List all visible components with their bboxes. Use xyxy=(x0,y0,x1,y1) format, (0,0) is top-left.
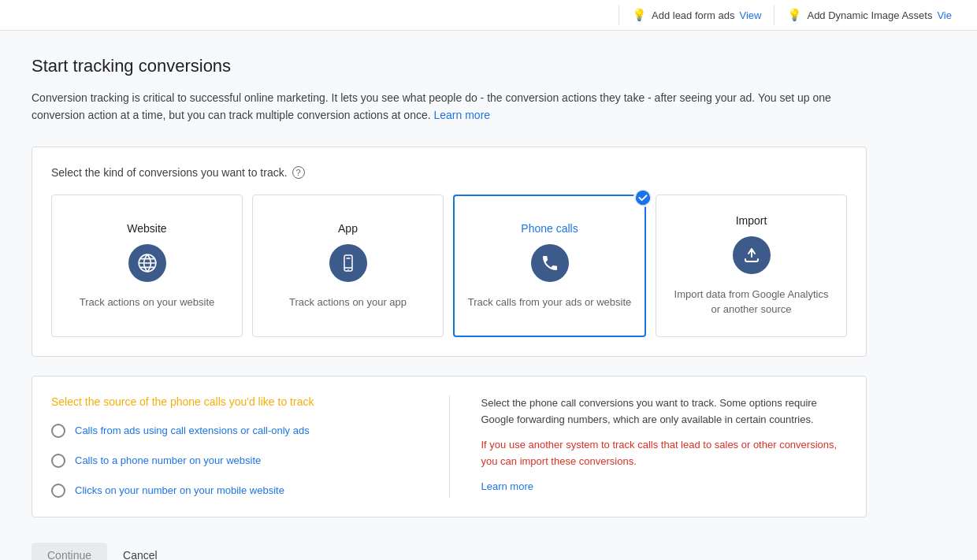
app-desc: Track actions on your app xyxy=(289,295,407,310)
continue-button[interactable]: Continue xyxy=(32,543,107,560)
learn-more-link[interactable]: Learn more xyxy=(434,109,491,121)
check-badge xyxy=(633,188,652,207)
top-bar-lead-form: 💡 Add lead form ads View xyxy=(619,5,774,25)
phone-source-card: Select the source of the phone calls you… xyxy=(32,376,867,517)
radio-website-calls[interactable]: Calls to a phone number on your website xyxy=(51,454,418,468)
bulb-icon-2: 💡 xyxy=(787,8,802,22)
top-bar: 💡 Add lead form ads View 💡 Add Dynamic I… xyxy=(0,0,977,31)
phone-source-label: Select the source of the phone calls you… xyxy=(51,395,418,408)
conversion-type-label: Select the kind of conversions you want … xyxy=(51,166,847,179)
right-panel-text-2: If you use another system to track calls… xyxy=(481,437,848,470)
radio-ads-calls[interactable]: Calls from ads using call extensions or … xyxy=(51,424,418,438)
conversion-type-card: Select the kind of conversions you want … xyxy=(32,146,867,357)
phone-icon xyxy=(531,244,569,282)
radio-ads-label: Calls from ads using call extensions or … xyxy=(75,425,310,436)
svg-point-5 xyxy=(636,191,650,205)
radio-circle-website xyxy=(51,454,65,468)
page-title: Start tracking conversions xyxy=(32,56,867,76)
lead-form-label: Add lead form ads xyxy=(652,9,735,21)
right-panel-text-1: Select the phone call conversions you wa… xyxy=(481,395,848,428)
bulb-icon-1: 💡 xyxy=(632,8,647,22)
right-panel-learn-more[interactable]: Learn more xyxy=(481,480,533,492)
radio-mobile-clicks[interactable]: Clicks on your number on your mobile web… xyxy=(51,484,418,498)
radio-group: Calls from ads using call extensions or … xyxy=(51,424,418,498)
help-icon[interactable]: ? xyxy=(292,166,305,179)
phone-title: Phone calls xyxy=(521,222,578,235)
dynamic-image-label: Add Dynamic Image Assets xyxy=(807,9,932,21)
radio-circle-ads xyxy=(51,424,65,438)
conversion-type-website[interactable]: Website Track actions on your website xyxy=(51,195,243,337)
svg-point-3 xyxy=(347,269,349,270)
radio-website-label: Calls to a phone number on your website xyxy=(75,454,261,466)
import-icon xyxy=(733,236,771,274)
radio-circle-mobile xyxy=(51,484,65,498)
import-desc: Import data from Google Analytics or ano… xyxy=(669,287,834,317)
phone-desc: Track calls from your ads or website xyxy=(468,295,632,310)
website-title: Website xyxy=(127,222,166,235)
lead-form-link[interactable]: View xyxy=(740,9,762,21)
svg-rect-1 xyxy=(344,255,352,271)
phone-source-right: Select the phone call conversions you wa… xyxy=(449,395,848,498)
conversion-type-app[interactable]: App Track actions on your app xyxy=(252,195,444,337)
import-title: Import xyxy=(736,214,767,227)
main-content: Start tracking conversions Conversion tr… xyxy=(0,31,898,560)
conversion-type-import[interactable]: Import Import data from Google Analytics… xyxy=(656,195,847,337)
radio-mobile-label: Clicks on your number on your mobile web… xyxy=(75,484,284,496)
conversion-type-phone[interactable]: Phone calls Track calls from your ads or… xyxy=(453,195,646,337)
cancel-button[interactable]: Cancel xyxy=(120,543,161,560)
website-desc: Track actions on your website xyxy=(80,295,214,310)
action-bar: Continue Cancel xyxy=(32,536,867,560)
website-icon xyxy=(128,244,166,282)
top-bar-dynamic-image: 💡 Add Dynamic Image Assets Vie xyxy=(774,5,964,25)
dynamic-image-link[interactable]: Vie xyxy=(937,9,952,21)
conversion-types-container: Website Track actions on your website Ap… xyxy=(51,195,847,337)
page-description: Conversion tracking is critical to succe… xyxy=(32,89,859,124)
app-icon xyxy=(329,244,367,282)
app-title: App xyxy=(338,222,358,235)
phone-source-left: Select the source of the phone calls you… xyxy=(51,395,418,498)
